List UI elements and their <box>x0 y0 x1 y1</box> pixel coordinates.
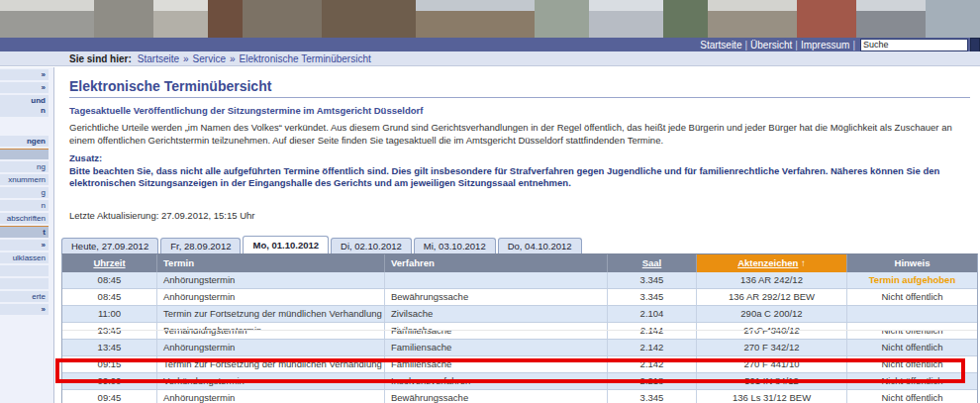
cell-verfahren: Insolvenzverfahren <box>385 373 608 389</box>
cell-termin: Verkündungstermin <box>157 373 385 389</box>
sidebar-item[interactable]: ng <box>0 161 49 172</box>
banner-photo-segment <box>797 0 856 38</box>
sidebar-item[interactable]: ngen <box>0 136 49 147</box>
search-input[interactable] <box>860 39 968 51</box>
sidebar-item[interactable]: undn <box>0 95 49 117</box>
sidebar-item[interactable]: » <box>0 240 49 251</box>
cell-termin: Anhörungstermin <box>157 340 385 355</box>
cell-aktenzeichen: 136 AR 292/12 BEW <box>697 289 847 305</box>
sort-link-saal[interactable]: Saal <box>642 257 662 268</box>
breadcrumb-link[interactable]: Elektronische Terminübersicht <box>240 53 371 64</box>
cell-aktenzeichen: 501 IN 84/12 <box>697 373 847 389</box>
tab-mo[interactable]: Mo, 01.10.2012 <box>243 236 329 253</box>
last-update-text: Letzte Aktualisierung: 27.09.2012, 15:15… <box>69 210 970 222</box>
cell-uhrzeit: 09:00 <box>62 373 157 389</box>
banner-photo-segment <box>243 0 322 38</box>
banner-photo-segment <box>0 0 94 38</box>
cell-saal: 3.345 <box>608 289 697 305</box>
sidebar-item[interactable]: n <box>0 200 49 211</box>
cell-verfahren: Bewährungssache <box>385 390 608 403</box>
sidebar-item[interactable]: t <box>0 226 49 238</box>
sort-arrow-icon: ↑ <box>798 257 805 268</box>
table-row-cells: 09:45AnhörungsterminBewährungssache3.345… <box>62 390 977 403</box>
tab-fr[interactable]: Fr, 28.09.2012 <box>160 238 241 253</box>
cell-hinweis: Nicht öffentlich <box>847 390 977 403</box>
intro-paragraph: Gerichtliche Urteile werden „im Namen de… <box>69 121 970 147</box>
table-header-row: UhrzeitTerminVerfahrenSaalAktenzeichen ↑… <box>62 254 977 272</box>
cell-hinweis: Nicht öffentlich <box>847 289 977 305</box>
banner-photo-segment <box>926 0 980 38</box>
table-row-cells: 13:45AnhörungsterminFamiliensache2.14227… <box>62 340 977 355</box>
cell-hinweis: Termin aufgehoben <box>847 272 977 288</box>
date-tabs: Heute, 27.09.2012Fr, 28.09.2012Mo, 01.10… <box>61 237 978 253</box>
banner-photo-segment <box>322 0 416 38</box>
sidebar-item[interactable]: abschriften <box>0 213 49 224</box>
column-header-verfahren: Verfahren <box>385 254 608 272</box>
cell-aktenzeichen: 270 F 441/10 <box>697 356 847 372</box>
banner-photo-segment <box>708 0 797 38</box>
cell-verfahren: Familiensache <box>385 331 608 339</box>
column-header-saal: Saal <box>608 254 697 272</box>
table-row: 08:45AnhörungsterminBewährungssache3.345… <box>62 289 977 306</box>
banner-photo-segment <box>856 0 926 38</box>
breadcrumb: Sie sind hier:Startseite»Service»Elektro… <box>0 51 980 66</box>
cell-saal: 3.345 <box>608 272 697 288</box>
sidebar-item[interactable] <box>0 278 49 289</box>
table-row: 09:15BeweisaufnahmeterminZivilsache2.114… <box>62 323 977 331</box>
sidebar-item[interactable]: » <box>0 69 49 80</box>
breadcrumb-link[interactable]: Service <box>193 53 226 64</box>
sidebar-item[interactable] <box>0 265 49 276</box>
cell-aktenzeichen: 270 F 342/12 <box>697 340 847 355</box>
top-link-übersicht[interactable]: Übersicht <box>750 40 792 50</box>
cell-uhrzeit: 09:45 <box>62 390 157 403</box>
cell-hinweis <box>847 323 977 331</box>
cell-termin: Termin zur Fortsetzung der mündlichen Ve… <box>157 356 385 372</box>
banner-photo-segment <box>416 0 535 38</box>
tab-do[interactable]: Do, 04.10.2012 <box>498 238 582 253</box>
breadcrumb-separator: » <box>183 53 189 64</box>
sidebar-item[interactable]: » <box>0 82 49 93</box>
sidebar-item[interactable] <box>0 149 49 159</box>
banner-photo-segment <box>663 0 708 38</box>
cell-verfahren <box>385 272 608 288</box>
cell-saal: 2.142 <box>608 356 697 372</box>
cell-uhrzeit: 09:15 <box>62 323 157 331</box>
top-link-startseite[interactable]: Startseite <box>700 40 741 50</box>
banner-photo-segment <box>535 0 589 38</box>
sidebar-item-label: n <box>3 106 46 116</box>
cell-termin: Anhörungstermin <box>157 272 385 288</box>
cell-saal: 3.345 <box>608 390 697 403</box>
sidebar-item[interactable]: ulklassen <box>0 252 49 263</box>
sidebar-item <box>0 119 49 134</box>
table-row: 11:00Termin zur Fortsetzung der mündlich… <box>62 306 977 323</box>
column-header-hinweis: Hinweis <box>847 254 977 272</box>
table-row-cells: 08:45Anhörungstermin3.345136 AR 242/12Te… <box>62 272 977 288</box>
cell-termin: Beweisaufnahmetermin <box>157 323 385 331</box>
table-row: 13:45VerhandlungsterminFamiliensache2.14… <box>62 331 977 340</box>
table-body: 08:45Anhörungstermin3.345136 AR 242/12Te… <box>62 272 977 403</box>
breadcrumb-separator: » <box>230 53 236 64</box>
table-row: 09:45AnhörungsterminBewährungssache3.345… <box>62 390 977 403</box>
breadcrumb-links: Startseite»Service»Elektronische Terminü… <box>138 53 371 64</box>
sort-link-uhrzeit[interactable]: Uhrzeit <box>93 257 125 268</box>
tab-mi[interactable]: Mi, 03.10.2012 <box>414 238 496 253</box>
cell-aktenzeichen: 270 F 340/12 <box>697 331 847 339</box>
cell-uhrzeit: 08:45 <box>62 272 157 288</box>
top-link-impressum[interactable]: Impressum <box>801 40 849 50</box>
breadcrumb-prefix: Sie sind hier: <box>69 53 132 64</box>
table-row-cells: 13:45VerhandlungsterminFamiliensache2.14… <box>62 331 977 339</box>
sidebar-item[interactable]: erte <box>0 291 49 302</box>
page-subtitle: Tagesaktuelle Veröffentlichung der Sitzu… <box>69 105 970 117</box>
banner-photo-segment <box>94 0 153 38</box>
sidebar-item[interactable]: g <box>0 187 49 198</box>
sidebar-item[interactable]: xnummern <box>0 174 49 185</box>
sort-link-aktenzeichen[interactable]: Aktenzeichen <box>737 257 798 268</box>
sidebar-item[interactable]: » <box>0 304 49 315</box>
breadcrumb-link[interactable]: Startseite <box>138 53 179 64</box>
table-row-cells: 11:00Termin zur Fortsetzung der mündlich… <box>62 306 977 322</box>
tab-di[interactable]: Di, 02.10.2012 <box>331 238 412 253</box>
cell-uhrzeit: 08:45 <box>62 289 157 305</box>
search-go-button[interactable] <box>970 38 980 52</box>
tab-heute[interactable]: Heute, 27.09.2012 <box>61 238 158 253</box>
cell-termin: Verhandlungstermin <box>157 331 385 339</box>
